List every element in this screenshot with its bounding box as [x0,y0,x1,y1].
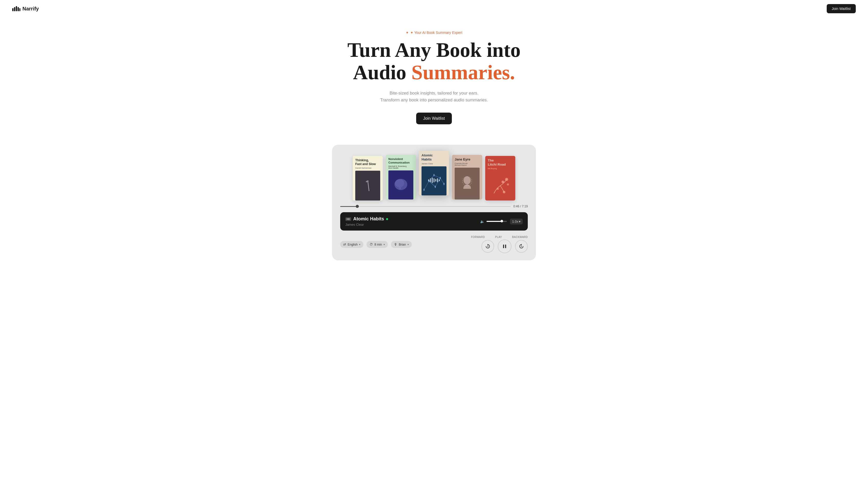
book-nonviolent-communication[interactable]: NonviolentCommunication Marshall B. Rose… [386,155,416,199]
hero-join-waitlist-button[interactable]: Join Waitlist [416,113,452,124]
skip-backward-button[interactable]: 15 [515,240,528,253]
svg-point-24 [505,178,508,181]
brand-name: Narrify [23,6,39,12]
settings-controls: ⇄ English ▾ ⏱ 8 min ▾ 🎙 Brian ▾ [340,241,412,248]
svg-point-26 [503,191,505,193]
book-4-cover [455,168,479,199]
player-container: Thinking,Fast and Slow Daniel Kahneman N… [332,145,536,260]
time-display: 0:46 / 7:19 [513,204,528,208]
hero-subtitle-line2: Transform any book into personalized aud… [380,98,488,102]
skip-forward-icon: 15 [485,244,491,249]
sparkle-icon: ✦ [406,31,409,35]
svg-point-28 [497,188,499,190]
voice-button[interactable]: 🎙 Brian ▾ [391,241,412,248]
svg-point-20 [443,183,444,185]
translate-icon: ⇄ [343,243,346,246]
svg-line-11 [429,181,435,187]
active-indicator [386,218,388,220]
svg-point-19 [440,177,441,179]
now-playing-card: HD Atomic Habits James Clear 🔈 1.0x ▾ [340,212,528,230]
playback-buttons: 15 [482,239,528,253]
svg-rect-1 [14,7,15,11]
progress-bar[interactable] [340,206,511,207]
skip-backward-icon: 15 [519,244,524,249]
book-5-title: TheLitchi Road [488,158,513,166]
now-playing-controls-right: 🔈 1.0x ▾ [480,219,523,224]
book-1-cover [355,171,380,200]
now-playing-top: HD Atomic Habits [345,216,388,222]
ai-badge: ✦ ✦ Your AI Book Summary Expert [406,31,462,35]
hero-title-highlight: Summaries. [411,61,515,84]
book-2-author: Marshall B. RosenbergArun Gandhi [389,165,413,169]
chevron-down-icon: ▾ [383,243,385,246]
pause-button[interactable] [498,239,512,253]
book-shelf: Thinking,Fast and Slow Daniel Kahneman N… [340,153,528,197]
clock-icon: ⏱ [370,243,373,246]
now-playing-info: HD Atomic Habits James Clear [345,216,388,226]
now-playing-author: James Clear [345,223,388,226]
volume-control: 🔈 [480,219,507,223]
svg-point-17 [428,180,429,182]
svg-line-12 [435,178,440,187]
hero-section: ✦ ✦ Your AI Book Summary Expert Turn Any… [0,0,868,139]
language-button[interactable]: ⇄ English ▾ [340,241,364,248]
backward-label: BACKWARD [512,236,528,238]
nav-join-waitlist-button[interactable]: Join Waitlist [827,4,856,13]
hero-title-line2-plain: Audio [353,61,411,84]
svg-rect-2 [16,6,17,11]
player-section: Thinking,Fast and Slow Daniel Kahneman N… [0,139,868,276]
progress-thumb [356,205,359,208]
svg-point-8 [395,179,404,187]
playback-controls: FORWARD PLAY BACKWARD 15 [471,236,528,253]
skip-forward-button[interactable]: 15 [482,240,494,253]
svg-point-27 [507,184,509,186]
svg-rect-31 [503,245,504,248]
navbar: Narrify Join Waitlist [0,0,868,17]
logo: Narrify [12,6,39,12]
volume-thumb [500,220,503,222]
hero-title-line1: Turn Any Book into [347,39,521,61]
book-thinking-fast-and-slow[interactable]: Thinking,Fast and Slow Daniel Kahneman [353,156,383,200]
chevron-down-icon: ▾ [359,243,360,246]
forward-label: FORWARD [471,236,485,238]
svg-rect-32 [505,245,506,248]
now-playing-title: Atomic Habits [353,216,384,222]
hero-subtitle: Bite-sized book insights, tailored for y… [380,90,488,103]
volume-fill [487,221,502,222]
volume-slider[interactable] [487,221,507,222]
svg-line-14 [429,175,434,181]
svg-line-10 [424,181,429,190]
svg-marker-29 [488,244,489,246]
book-litchi-road[interactable]: TheLitchi Road Ma Boyong [485,156,515,200]
svg-rect-4 [19,8,21,11]
hero-subtitle-line1: Bite-sized book insights, tailored for y… [390,91,478,96]
book-3-cover [422,166,446,196]
book-1-author: Daniel Kahneman [355,167,380,169]
book-4-author: Charlotte BrontëMichael Mason [455,163,479,166]
book-5-author: Ma Boyong [488,168,513,169]
book-jane-eyre[interactable]: Jane Eyre Charlotte BrontëMichael Mason [452,155,482,199]
svg-rect-0 [12,8,13,11]
svg-marker-33 [521,244,522,246]
speed-button[interactable]: 1.0x ▾ [510,219,523,224]
mic-icon: 🎙 [394,243,397,246]
chevron-down-icon: ▾ [519,220,521,223]
chevron-down-icon: ▾ [407,243,409,246]
book-3-author: James Clear [422,163,446,165]
duration-button[interactable]: ⏱ 8 min ▾ [367,241,388,248]
book-atomic-habits[interactable]: AtomicHabits James Clear [419,151,449,195]
hd-badge: HD [345,217,351,221]
svg-line-5 [368,181,369,191]
duration-label: 8 min [374,243,382,246]
progress-fill [340,206,357,207]
playback-labels: FORWARD PLAY BACKWARD [471,236,528,238]
svg-point-16 [424,189,425,191]
svg-text:15: 15 [521,246,522,247]
book-2-cover [389,170,413,200]
controls-row: ⇄ English ▾ ⏱ 8 min ▾ 🎙 Brian ▾ FORWARD [340,236,528,253]
book-4-title: Jane Eyre [455,157,479,162]
svg-line-15 [434,175,440,178]
book-5-cover [488,171,513,201]
svg-line-13 [440,178,444,184]
hero-title: Turn Any Book into Audio Summaries. [347,39,521,84]
